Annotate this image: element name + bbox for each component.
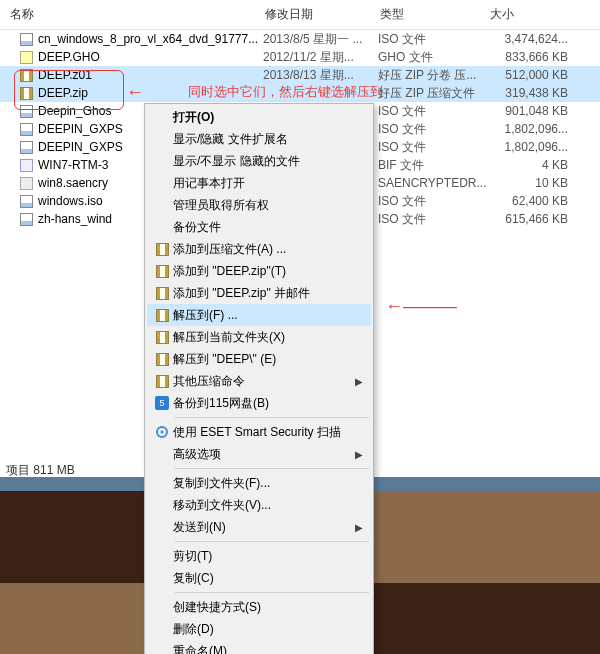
file-row[interactable]: DEEP.zip好压 ZIP 压缩文件319,438 KB — [0, 84, 600, 102]
iso-file-icon — [18, 139, 34, 155]
col-name[interactable]: 名称 — [0, 6, 265, 23]
menu-open[interactable]: 打开(O) — [147, 106, 371, 128]
archive-icon — [156, 265, 169, 278]
archive-icon — [156, 309, 169, 322]
desktop-background-left — [0, 477, 144, 654]
bif-file-icon — [18, 157, 34, 173]
file-type: ISO 文件 — [378, 103, 488, 120]
menu-separator — [175, 417, 369, 418]
file-date: 2013/8/13 星期... — [263, 67, 378, 84]
menu-advanced[interactable]: 高级选项▶ — [147, 443, 371, 465]
menu-cut[interactable]: 剪切(T) — [147, 545, 371, 567]
file-size: 3,474,624... — [488, 32, 578, 46]
menu-separator — [175, 541, 369, 542]
file-row[interactable]: DEEP.GHO2012/11/2 星期...GHO 文件833,666 KB — [0, 48, 600, 66]
file-size: 10 KB — [488, 176, 578, 190]
file-size: 615,466 KB — [488, 212, 578, 226]
menu-separator — [175, 468, 369, 469]
file-type: ISO 文件 — [378, 139, 488, 156]
menu-copy[interactable]: 复制(C) — [147, 567, 371, 589]
archive-icon — [156, 287, 169, 300]
menu-extract-here[interactable]: 解压到当前文件夹(X) — [147, 326, 371, 348]
file-type: ISO 文件 — [378, 121, 488, 138]
column-headers[interactable]: 名称 修改日期 类型 大小 — [0, 0, 600, 30]
submenu-arrow-icon: ▶ — [355, 522, 363, 533]
enc-file-icon — [18, 175, 34, 191]
file-size: 1,802,096... — [488, 122, 578, 136]
menu-eset-scan[interactable]: 使用 ESET Smart Security 扫描 — [147, 421, 371, 443]
iso-file-icon — [18, 31, 34, 47]
menu-delete[interactable]: 删除(D) — [147, 618, 371, 640]
file-size: 4 KB — [488, 158, 578, 172]
file-type: ISO 文件 — [378, 193, 488, 210]
file-size: 512,000 KB — [488, 68, 578, 82]
file-size: 319,438 KB — [488, 86, 578, 100]
menu-extract-deep[interactable]: 解压到 "DEEP\" (E) — [147, 348, 371, 370]
file-date: 2012/11/2 星期... — [263, 49, 378, 66]
file-date: 2013/8/5 星期一 ... — [263, 31, 378, 48]
file-type: BIF 文件 — [378, 157, 488, 174]
file-size: 901,048 KB — [488, 104, 578, 118]
menu-take-ownership[interactable]: 管理员取得所有权 — [147, 194, 371, 216]
archive-icon — [156, 243, 169, 256]
iso-file-icon — [18, 121, 34, 137]
menu-extract-to[interactable]: 解压到(F) ... — [147, 304, 371, 326]
file-name: DEEP.GHO — [38, 50, 263, 64]
iso-file-icon — [18, 103, 34, 119]
submenu-arrow-icon: ▶ — [355, 376, 363, 387]
file-size: 62,400 KB — [488, 194, 578, 208]
menu-copy-to-folder[interactable]: 复制到文件夹(F)... — [147, 472, 371, 494]
menu-showhide-ext[interactable]: 显示/隐藏 文件扩展名 — [147, 128, 371, 150]
menu-notepad[interactable]: 用记事本打开 — [147, 172, 371, 194]
menu-showhide-hidden[interactable]: 显示/不显示 隐藏的文件 — [147, 150, 371, 172]
file-size: 833,666 KB — [488, 50, 578, 64]
context-menu: 打开(O) 显示/隐藏 文件扩展名 显示/不显示 隐藏的文件 用记事本打开 管理… — [144, 103, 374, 654]
menu-add-archive[interactable]: 添加到压缩文件(A) ... — [147, 238, 371, 260]
iso-file-icon — [18, 193, 34, 209]
archive-icon — [156, 331, 169, 344]
eset-icon — [156, 426, 168, 438]
archive-icon — [156, 375, 169, 388]
zip-file-icon — [18, 67, 34, 83]
file-type: GHO 文件 — [378, 49, 488, 66]
submenu-arrow-icon: ▶ — [355, 449, 363, 460]
desktop-background-right — [374, 477, 600, 654]
file-row[interactable]: cn_windows_8_pro_vl_x64_dvd_91777...2013… — [0, 30, 600, 48]
menu-add-deepzip-mail[interactable]: 添加到 "DEEP.zip" 并邮件 — [147, 282, 371, 304]
archive-icon — [156, 353, 169, 366]
col-size[interactable]: 大小 — [490, 6, 590, 23]
zip-file-icon — [18, 85, 34, 101]
file-name: DEEP.zip — [38, 86, 263, 100]
menu-send-to[interactable]: 发送到(N)▶ — [147, 516, 371, 538]
menu-separator — [175, 592, 369, 593]
gho-file-icon — [18, 49, 34, 65]
menu-backup[interactable]: 备份文件 — [147, 216, 371, 238]
file-type: ISO 文件 — [378, 31, 488, 48]
annotation-arrow-icon: ←——— — [385, 296, 457, 317]
file-size: 1,802,096... — [488, 140, 578, 154]
menu-rename[interactable]: 重命名(M) — [147, 640, 371, 654]
menu-move-to-folder[interactable]: 移动到文件夹(V)... — [147, 494, 371, 516]
file-name: DEEP.z01 — [38, 68, 263, 82]
file-type: SAENCRYPTEDR... — [378, 176, 488, 190]
col-type[interactable]: 类型 — [380, 6, 490, 23]
menu-add-deepzip[interactable]: 添加到 "DEEP.zip"(T) — [147, 260, 371, 282]
115-icon: 5 — [155, 396, 169, 410]
menu-other-compress[interactable]: 其他压缩命令▶ — [147, 370, 371, 392]
file-row[interactable]: DEEP.z012013/8/13 星期...好压 ZIP 分卷 压...512… — [0, 66, 600, 84]
col-date[interactable]: 修改日期 — [265, 6, 380, 23]
file-type: ISO 文件 — [378, 211, 488, 228]
file-type: 好压 ZIP 分卷 压... — [378, 67, 488, 84]
menu-backup-115[interactable]: 5备份到115网盘(B) — [147, 392, 371, 414]
menu-create-shortcut[interactable]: 创建快捷方式(S) — [147, 596, 371, 618]
iso-file-icon — [18, 211, 34, 227]
file-type: 好压 ZIP 压缩文件 — [378, 85, 488, 102]
file-name: cn_windows_8_pro_vl_x64_dvd_91777... — [38, 32, 263, 46]
